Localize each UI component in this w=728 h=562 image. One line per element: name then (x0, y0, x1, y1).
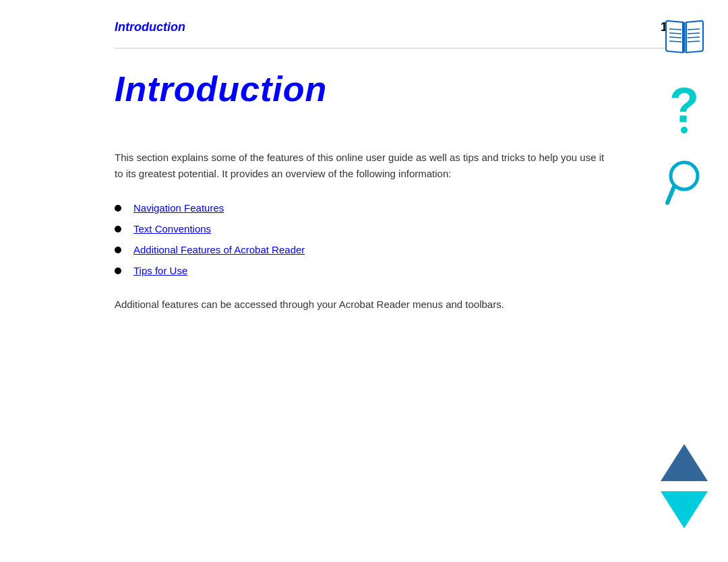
text-conventions-link[interactable]: Text Conventions (133, 223, 211, 235)
bullet-dot (115, 247, 121, 253)
footer-paragraph: Additional features can be accessed thro… (115, 296, 607, 313)
header: Introduction 18 (115, 0, 674, 48)
bullet-dot (115, 226, 121, 232)
page-title: Introduction (115, 69, 674, 109)
svg-line-2 (669, 33, 681, 34)
tips-use-link[interactable]: Tips for Use (133, 265, 187, 276)
magnifier-icon[interactable] (664, 155, 704, 209)
list-item: Tips for Use (115, 265, 674, 276)
list-item: Text Conventions (115, 223, 674, 235)
bullet-dot (115, 205, 121, 212)
svg-line-6 (688, 33, 700, 34)
nav-features-link[interactable]: Navigation Features (133, 202, 224, 214)
svg-point-10 (681, 127, 688, 133)
sidebar-icons: ? (661, 13, 708, 209)
arrow-down-button[interactable] (661, 491, 708, 528)
list-item: Additional Features of Acrobat Reader (115, 244, 674, 255)
question-icon[interactable]: ? (664, 81, 704, 135)
bullet-dot (115, 268, 121, 274)
svg-line-7 (688, 37, 700, 38)
header-divider (115, 48, 674, 49)
svg-line-3 (669, 37, 681, 38)
acrobat-features-link[interactable]: Additional Features of Acrobat Reader (133, 244, 305, 255)
svg-text:?: ? (669, 83, 699, 132)
feature-list: Navigation Features Text Conventions Add… (115, 202, 674, 276)
arrow-up-button[interactable] (661, 444, 708, 481)
svg-line-1 (669, 29, 681, 30)
svg-line-8 (688, 41, 700, 42)
header-title: Introduction (115, 20, 185, 34)
navigation-arrows (661, 444, 708, 528)
page-container: Introduction 18 Introduction This sectio… (0, 0, 728, 562)
book-icon[interactable] (661, 13, 708, 61)
list-item: Navigation Features (115, 202, 674, 214)
svg-line-12 (667, 187, 674, 203)
svg-line-4 (669, 41, 681, 42)
intro-paragraph: This section explains some of the featur… (115, 150, 607, 182)
svg-line-5 (688, 29, 700, 30)
